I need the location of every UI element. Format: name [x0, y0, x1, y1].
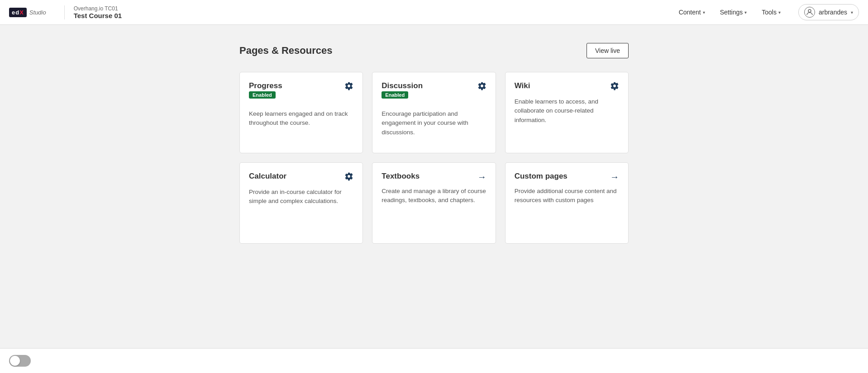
custom-pages-arrow-icon[interactable]: → [610, 172, 619, 182]
wiki-gear-icon[interactable] [610, 81, 619, 93]
site-header: edX Studio Overhang.io TC01 Test Course … [0, 0, 868, 25]
course-info: Overhang.io TC01 Test Course 01 [64, 5, 122, 19]
wiki-card-title: Wiki [515, 81, 530, 90]
calculator-gear-icon[interactable] [344, 172, 353, 183]
edx-logo: edX [9, 8, 27, 17]
toggle-switch[interactable] [9, 355, 31, 367]
page-title: Pages & Resources [239, 45, 332, 57]
cards-grid: Progress Enabled Keep learners engaged a… [239, 72, 629, 244]
content-chevron-icon: ▾ [703, 10, 705, 15]
card-custom-pages: Custom pages → Provide additional course… [505, 162, 629, 244]
user-chevron-icon: ▾ [851, 10, 853, 15]
view-live-button[interactable]: View live [587, 43, 629, 58]
content-label: Content [679, 9, 701, 16]
discussion-card-title: Discussion [382, 81, 423, 90]
card-wiki: Wiki Enable learners to access, and coll… [505, 72, 629, 153]
settings-chevron-icon: ▾ [744, 10, 747, 15]
svg-point-0 [808, 9, 811, 12]
settings-menu[interactable]: Settings ▾ [714, 5, 754, 19]
footer [0, 348, 868, 373]
textbooks-card-description: Create and manage a library of course re… [382, 187, 486, 205]
discussion-gear-icon[interactable] [477, 81, 486, 93]
logo-area: edX Studio [9, 8, 46, 17]
progress-card-description: Keep learners engaged and on track throu… [249, 109, 353, 128]
settings-label: Settings [720, 9, 743, 16]
course-name: Test Course 01 [74, 12, 122, 19]
progress-enabled-badge: Enabled [249, 91, 276, 99]
custom-pages-card-description: Provide additional course content and re… [515, 187, 619, 205]
username-label: arbrandes [819, 9, 847, 16]
progress-gear-icon[interactable] [344, 81, 353, 93]
textbooks-card-header: Textbooks → [382, 172, 486, 182]
toggle-knob [10, 356, 20, 366]
content-menu[interactable]: Content ▾ [672, 5, 711, 19]
custom-pages-card-header: Custom pages → [515, 172, 619, 182]
progress-card-header: Progress Enabled [249, 81, 353, 105]
calculator-card-description: Provide an in-course calculator for simp… [249, 188, 353, 206]
discussion-card-description: Encourage participation and engagement i… [382, 109, 486, 137]
textbooks-arrow-icon[interactable]: → [477, 172, 486, 182]
user-menu[interactable]: arbrandes ▾ [798, 4, 859, 20]
calculator-card-title: Calculator [249, 172, 286, 181]
card-textbooks: Textbooks → Create and manage a library … [372, 162, 496, 244]
card-progress: Progress Enabled Keep learners engaged a… [239, 72, 363, 153]
tools-chevron-icon: ▾ [778, 10, 781, 15]
main-nav: Content ▾ Settings ▾ Tools ▾ arbrandes ▾ [672, 4, 859, 20]
textbooks-card-title: Textbooks [382, 172, 420, 181]
main-content: Pages & Resources View live Progress Ena… [230, 25, 638, 262]
page-header: Pages & Resources View live [239, 43, 629, 58]
progress-card-title: Progress [249, 81, 282, 90]
card-calculator: Calculator Provide an in-course calculat… [239, 162, 363, 244]
course-org: Overhang.io TC01 [74, 5, 122, 12]
wiki-card-header: Wiki [515, 81, 619, 93]
studio-label: Studio [29, 9, 46, 16]
tools-menu[interactable]: Tools ▾ [755, 5, 787, 19]
custom-pages-card-title: Custom pages [515, 172, 568, 181]
card-discussion: Discussion Enabled Encourage participati… [372, 72, 496, 153]
calculator-card-header: Calculator [249, 172, 353, 183]
wiki-card-description: Enable learners to access, and collabora… [515, 97, 619, 125]
tools-label: Tools [762, 9, 777, 16]
discussion-enabled-badge: Enabled [382, 91, 408, 99]
discussion-card-header: Discussion Enabled [382, 81, 486, 105]
user-avatar-icon [804, 7, 815, 18]
